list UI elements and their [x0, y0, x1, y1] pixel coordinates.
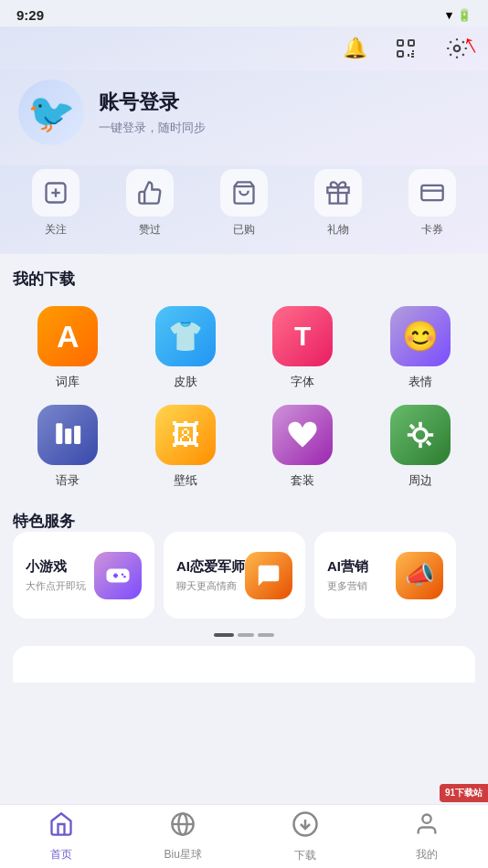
download-item-bizhi[interactable]: 🖼 壁纸 — [131, 401, 241, 492]
svg-line-24 — [427, 441, 430, 445]
bizhi-icon: 🖼 — [155, 405, 216, 465]
coupons-icon — [408, 169, 456, 217]
ai-marketing-icon: 📣 — [396, 552, 443, 599]
svg-point-37 — [423, 814, 431, 822]
pifu-label: 皮肤 — [174, 374, 197, 390]
yulu-icon — [37, 405, 98, 465]
dot-1 — [214, 633, 234, 637]
service-ai-love[interactable]: AI恋爱军师 聊天更高情商 — [164, 532, 305, 619]
bottom-partial-card — [13, 646, 475, 683]
nav-biu[interactable]: Biu星球 — [146, 811, 219, 863]
purchased-label: 已购 — [233, 222, 255, 238]
biaoqing-icon: 😊 — [390, 306, 451, 366]
wifi-icon: ▾ — [446, 8, 452, 22]
settings-button[interactable] — [440, 32, 473, 65]
biu-label: Biu星球 — [164, 847, 202, 863]
battery-icon: 🔋 — [457, 8, 472, 22]
ai-marketing-subtitle: 更多营销 — [327, 579, 396, 593]
action-coupons[interactable]: 卡券 — [405, 169, 460, 238]
scan-button[interactable] — [389, 32, 422, 65]
ai-love-subtitle: 聊天更高情商 — [176, 579, 245, 593]
mini-games-text: 小游戏 大作点开即玩 — [26, 558, 94, 593]
nav-profile[interactable]: 我的 — [390, 811, 463, 863]
download-item-taozhuang[interactable]: 套装 — [248, 401, 358, 492]
nav-download[interactable]: 下载 — [269, 810, 342, 863]
zhoubian-icon — [390, 405, 451, 465]
download-item-pifu[interactable]: 👕 皮肤 — [131, 302, 241, 394]
pifu-icon: 👕 — [155, 306, 216, 366]
svg-point-8 — [454, 46, 461, 52]
action-gifts[interactable]: 礼物 — [311, 169, 366, 238]
service-ai-marketing[interactable]: AI营销 更多营销 📣 — [314, 532, 456, 619]
download-item-yulu[interactable]: 语录 — [13, 401, 123, 492]
ai-love-title: AI恋爱军师 — [176, 558, 245, 576]
main-content: 我的下载 A 词库 👕 皮肤 T 字体 😊 表情 — [0, 254, 488, 683]
ai-marketing-title: AI营销 — [327, 558, 396, 576]
notification-button[interactable]: 🔔 — [338, 32, 371, 65]
action-liked[interactable]: 赞过 — [122, 169, 177, 238]
svg-point-30 — [122, 573, 124, 576]
profile-info: 账号登录 一键登录，随时同步 — [99, 89, 470, 136]
watermark: 91下载站 — [440, 784, 488, 802]
service-mini-games[interactable]: 小游戏 大作点开即玩 — [13, 532, 154, 619]
coupons-label: 卡券 — [421, 222, 443, 238]
follow-icon — [32, 169, 80, 217]
status-bar: 9:29 ▾ 🔋 — [0, 0, 488, 26]
bizhi-label: 壁纸 — [174, 472, 197, 489]
download-item-ciku[interactable]: A 词库 — [13, 302, 123, 394]
svg-rect-18 — [65, 429, 71, 444]
services-section-title: 特色服务 — [13, 511, 475, 532]
profile-section: 🐦 账号登录 一键登录，随时同步 — [0, 70, 488, 165]
download-item-ziti[interactable]: T 字体 — [248, 302, 358, 394]
top-nav: 🔔 ↑ — [0, 26, 488, 70]
svg-point-31 — [123, 576, 126, 578]
dot-3 — [258, 633, 274, 637]
gifts-label: 礼物 — [327, 222, 349, 238]
ai-marketing-text: AI营销 更多营销 — [327, 558, 396, 593]
status-icons: ▾ 🔋 — [446, 8, 472, 22]
status-time: 9:29 — [16, 7, 44, 23]
liked-label: 赞过 — [139, 222, 161, 238]
avatar[interactable]: 🐦 — [18, 79, 84, 145]
purchased-icon — [220, 169, 268, 217]
taozhuang-label: 套装 — [291, 472, 314, 489]
action-purchased[interactable]: 已购 — [217, 169, 271, 238]
ziti-label: 字体 — [291, 374, 314, 390]
mini-games-subtitle: 大作点开即玩 — [26, 579, 94, 593]
download-item-biaoqing[interactable]: 😊 表情 — [366, 302, 476, 394]
liked-icon — [126, 169, 174, 217]
profile-icon — [414, 811, 440, 843]
ai-love-text: AI恋爱军师 聊天更高情商 — [176, 558, 245, 593]
svg-rect-0 — [398, 40, 403, 46]
gifts-icon — [314, 169, 362, 217]
taozhuang-icon — [272, 405, 333, 465]
svg-rect-15 — [421, 185, 442, 200]
biaoqing-label: 表情 — [408, 374, 432, 390]
quick-actions-row: 关注 赞过 已购 — [0, 165, 488, 254]
biu-icon — [170, 811, 196, 843]
profile-subtitle: 一键登录，随时同步 — [99, 120, 470, 136]
download-label: 下载 — [294, 848, 316, 863]
mini-games-title: 小游戏 — [26, 558, 94, 576]
download-item-zhoubian[interactable]: 周边 — [366, 401, 476, 492]
svg-rect-1 — [408, 40, 414, 46]
svg-rect-19 — [74, 426, 80, 444]
home-icon — [48, 811, 74, 843]
ciku-label: 词库 — [56, 374, 80, 390]
ciku-icon: A — [37, 306, 98, 366]
yulu-label: 语录 — [56, 472, 80, 489]
avatar-image: 🐦 — [27, 90, 75, 135]
profile-label: 我的 — [416, 847, 438, 863]
svg-point-20 — [414, 429, 427, 441]
profile-name[interactable]: 账号登录 — [99, 89, 470, 116]
downloads-section-title: 我的下载 — [13, 269, 475, 290]
home-label: 首页 — [50, 847, 72, 863]
nav-home[interactable]: 首页 — [25, 811, 98, 863]
bottom-nav: 首页 Biu星球 下载 我的 — [0, 804, 488, 868]
download-icon — [292, 810, 319, 844]
ziti-icon: T — [272, 306, 333, 366]
action-follow[interactable]: 关注 — [28, 169, 83, 238]
mini-games-icon — [94, 552, 142, 599]
dot-2 — [238, 633, 254, 637]
download-grid: A 词库 👕 皮肤 T 字体 😊 表情 — [13, 302, 475, 492]
